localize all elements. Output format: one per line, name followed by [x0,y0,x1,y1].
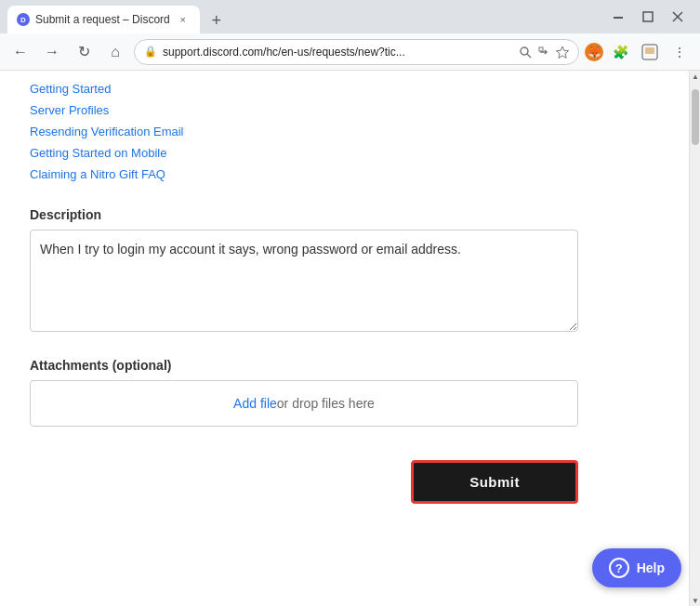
submit-button[interactable]: Submit [411,460,578,504]
address-bar[interactable]: 🔒 support.discord.com/hc/en-us/requests/… [134,39,579,65]
active-tab[interactable]: D Submit a request – Discord × [7,6,200,33]
description-section: Description When I try to login my accou… [30,207,659,336]
suggestion-nitro-gift-faq[interactable]: Claiming a Nitro Gift FAQ [30,164,659,185]
svg-rect-1 [643,12,653,21]
drop-zone-text: or drop files here [277,396,375,411]
forward-button[interactable]: → [39,39,65,65]
description-label: Description [30,207,659,222]
page-content: Getting Started Server Profiles Resendin… [0,71,700,606]
back-button[interactable]: ← [7,39,33,65]
suggestion-getting-started-mobile[interactable]: Getting Started on Mobile [30,142,659,164]
help-circle-icon: ? [609,558,629,578]
suggestion-server-profiles[interactable]: Server Profiles [30,99,659,121]
extensions-icon[interactable]: 🧩 [607,39,633,65]
star-icon[interactable] [556,46,569,59]
suggestion-getting-started[interactable]: Getting Started [30,78,659,99]
scrollbar-thumb[interactable] [692,89,699,145]
help-button[interactable]: ? Help [592,548,681,587]
tab-favicon: D [17,13,30,26]
svg-point-4 [521,47,528,55]
main-content: Getting Started Server Profiles Resendin… [0,71,689,606]
maximize-icon[interactable] [641,9,655,24]
suggestion-resending-verification[interactable]: Resending Verification Email [30,121,659,142]
reload-button[interactable]: ↻ [71,39,97,65]
nav-icons: 🦊 🧩 ⋮ [585,39,693,65]
scroll-down-arrow[interactable]: ▼ [690,595,700,606]
svg-line-5 [527,54,531,58]
svg-marker-7 [557,46,569,58]
url-text: support.discord.com/hc/en-us/requests/ne… [163,46,513,59]
scroll-up-arrow[interactable]: ▲ [690,71,700,82]
tab-close-button[interactable]: × [176,12,191,27]
browser-window: D Submit a request – Discord × + ← → [0,0,700,606]
user-profile-icon[interactable] [637,39,663,65]
chevron-down-icon[interactable] [611,9,626,24]
attachments-label: Attachments (optional) [30,358,659,373]
submit-section: Submit [30,460,578,504]
suggestions-list: Getting Started Server Profiles Resendin… [30,71,659,185]
close-icon[interactable] [670,9,685,24]
file-drop-zone[interactable]: Add file or drop files here [30,380,578,427]
svg-rect-6 [539,47,543,51]
scrollbar[interactable]: ▲ ▼ [689,71,700,606]
add-file-link[interactable]: Add file [233,396,277,411]
svg-rect-9 [645,47,654,54]
browser-menu-button[interactable]: ⋮ [667,39,693,65]
title-bar: D Submit a request – Discord × + [0,0,700,33]
home-button[interactable]: ⌂ [102,39,128,65]
lock-icon: 🔒 [144,46,157,58]
new-tab-button[interactable]: + [204,7,230,33]
tab-bar: D Submit a request – Discord × + [7,0,230,33]
nav-bar: ← → ↻ ⌂ 🔒 support.discord.com/hc/en-us/r… [0,33,700,71]
window-controls [611,9,693,24]
tab-title: Submit a request – Discord [35,13,170,26]
attachments-section: Attachments (optional) Add file or drop … [30,358,659,427]
search-icon[interactable] [519,46,532,59]
help-label: Help [637,560,665,575]
share-icon[interactable] [537,46,550,59]
fox-extension-icon[interactable]: 🦊 [585,43,603,61]
description-textarea[interactable]: When I try to login my account it says, … [30,230,578,332]
svg-rect-0 [614,17,623,19]
